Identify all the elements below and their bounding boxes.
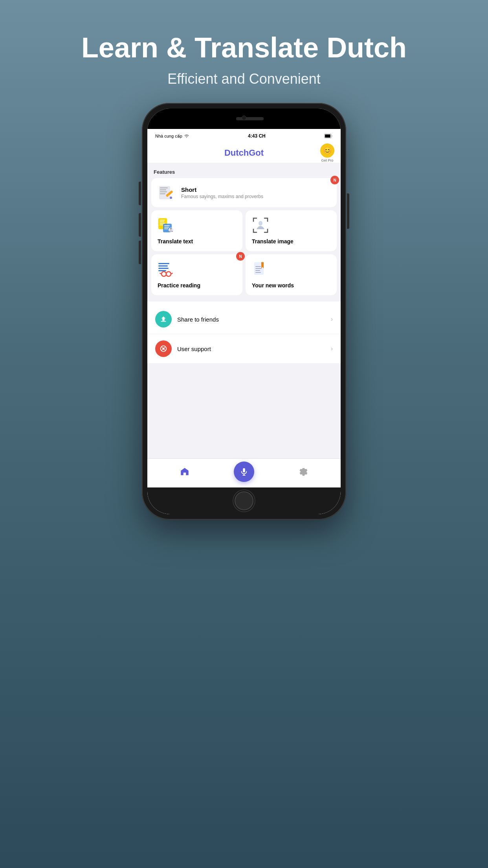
svg-rect-18 (164, 228, 168, 229)
wifi-icon (184, 134, 189, 138)
translate-text-icon (158, 217, 175, 234)
svg-point-27 (166, 272, 171, 276)
support-chevron: › (331, 345, 333, 352)
mic-button[interactable] (234, 462, 254, 482)
svg-point-20 (170, 228, 172, 230)
short-title: Short (181, 186, 263, 193)
tab-home[interactable] (155, 467, 215, 477)
practice-new-badge: N (236, 252, 245, 261)
share-icon-circle (155, 311, 172, 327)
pro-badge[interactable]: 😊 Get Pro (320, 143, 334, 162)
settings-icon (298, 467, 308, 477)
app-logo: DutchGot (224, 148, 264, 158)
translate-text-card[interactable]: Translate text (151, 210, 242, 251)
svg-rect-25 (158, 270, 166, 271)
support-icon (159, 344, 168, 353)
svg-rect-11 (160, 220, 165, 221)
phone-frame: Nhà cung cấp 4:43 CH DutchGot (142, 103, 346, 520)
home-icon (180, 467, 190, 477)
svg-rect-30 (255, 266, 261, 267)
empty-area (147, 364, 341, 458)
svg-rect-5 (160, 191, 167, 192)
short-card[interactable]: Short Famous sayings, maxims and proverb… (151, 178, 337, 207)
svg-rect-32 (255, 270, 260, 271)
svg-rect-24 (158, 268, 169, 269)
pro-label: Get Pro (321, 158, 333, 162)
svg-rect-1 (325, 134, 330, 138)
pro-icon: 😊 (320, 143, 334, 158)
practice-reading-label: Practice reading (158, 282, 236, 289)
short-subtitle: Famous sayings, maxims and proverbs (181, 194, 263, 199)
translate-image-card[interactable]: Translate image (246, 210, 337, 251)
page-subtitle: Efficient and Convenient (81, 71, 407, 87)
support-item[interactable]: User support › (147, 334, 341, 364)
app-content: DutchGot 😊 Get Pro Features (147, 143, 341, 487)
share-icon (159, 315, 168, 324)
app-header: DutchGot 😊 Get Pro (147, 143, 341, 163)
your-new-words-icon (252, 261, 269, 278)
support-icon-circle (155, 340, 172, 357)
support-label: User support (177, 346, 325, 352)
status-carrier: Nhà cung cấp (155, 134, 189, 139)
practice-reading-icon (158, 261, 175, 278)
practice-reading-card[interactable]: N (151, 254, 242, 295)
home-button[interactable] (235, 491, 253, 510)
svg-rect-6 (160, 193, 165, 194)
short-text: Short Famous sayings, maxims and proverb… (181, 186, 263, 199)
svg-rect-31 (255, 268, 262, 269)
status-bar: Nhà cung cấp 4:43 CH (147, 129, 341, 143)
status-battery (324, 134, 333, 138)
svg-rect-23 (158, 265, 168, 267)
mic-icon (240, 467, 248, 476)
feature-grid: Translate text (147, 210, 341, 298)
short-new-badge: N (330, 176, 339, 184)
share-label: Share to friends (177, 316, 325, 323)
share-item[interactable]: Share to friends › (147, 305, 341, 334)
svg-rect-36 (243, 468, 245, 472)
svg-rect-4 (160, 189, 166, 190)
page-title: Learn & Translate Dutch (81, 31, 407, 64)
status-time: 4:43 CH (248, 133, 266, 139)
menu-list: Share to friends › (147, 305, 341, 364)
svg-point-21 (259, 221, 262, 226)
translate-image-icon (252, 217, 269, 234)
svg-point-9 (170, 197, 172, 199)
svg-point-26 (161, 272, 166, 276)
svg-rect-3 (160, 188, 168, 188)
speaker (236, 117, 264, 120)
translate-image-label: Translate image (252, 238, 330, 245)
home-button-area (147, 487, 341, 514)
short-icon (158, 184, 176, 202)
your-new-words-card[interactable]: Your new words (246, 254, 337, 295)
svg-rect-13 (160, 223, 165, 224)
notch-bar (147, 108, 341, 129)
battery-icon (324, 134, 333, 138)
phone-screen: Nhà cung cấp 4:43 CH DutchGot (147, 108, 341, 514)
svg-rect-17 (164, 227, 169, 228)
section-header: Features (147, 166, 341, 178)
your-new-words-label: Your new words (252, 282, 330, 289)
short-icon-svg (158, 184, 176, 202)
camera (242, 116, 246, 120)
svg-rect-16 (164, 225, 170, 226)
svg-point-35 (162, 348, 165, 350)
tab-mic[interactable] (215, 462, 274, 482)
features-section: Features (147, 163, 341, 302)
svg-rect-14 (160, 224, 163, 225)
tab-bar (147, 458, 341, 487)
page-header: Learn & Translate Dutch Efficient and Co… (81, 0, 407, 103)
svg-rect-22 (158, 263, 169, 264)
share-chevron: › (331, 316, 333, 323)
svg-rect-33 (255, 272, 261, 273)
svg-rect-12 (160, 221, 164, 222)
tab-settings[interactable] (273, 467, 333, 477)
translate-text-label: Translate text (158, 238, 236, 245)
